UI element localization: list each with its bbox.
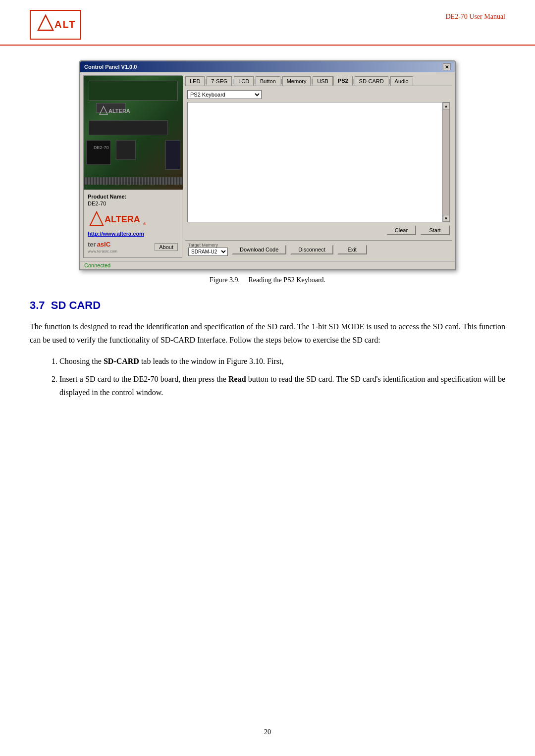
page-content: Control Panel V1.0.0 ✕	[0, 46, 535, 422]
altera-logo: ALTERA	[30, 10, 81, 40]
board-altera-label: ALTERA	[99, 105, 133, 117]
disconnect-button[interactable]: Disconnect	[290, 245, 333, 254]
list-item-1: Choosing the SD-CARD tab leads to the wi…	[59, 354, 505, 368]
about-button[interactable]: About	[155, 243, 178, 251]
figure-container: Control Panel V1.0.0 ✕	[30, 60, 505, 284]
tab-ps2[interactable]: PS2	[333, 76, 353, 86]
dialog-titlebar: Control Panel V1.0.0 ✕	[80, 61, 455, 72]
dialog-body: ALTERA DE2-70 Produc	[80, 72, 455, 261]
tab-lcd[interactable]: LCD	[234, 76, 254, 86]
terasic-logo: ter asIC www.terasic.com	[88, 241, 117, 253]
target-memory-group: Target Memory SDRAM-U2	[188, 243, 228, 256]
svg-text:ALTERA: ALTERA	[54, 19, 75, 30]
svg-text:ALTERA: ALTERA	[108, 108, 130, 114]
svg-marker-2	[100, 106, 107, 114]
read-bold: Read	[228, 375, 246, 383]
scrollbar-down-arrow[interactable]: ▼	[443, 215, 450, 222]
svg-marker-0	[38, 15, 53, 30]
product-info-section: Product Name: DE2-70 ALTERA ® http://www…	[84, 190, 182, 257]
section-3-7: 3.7 SD CARD The function is designed to …	[30, 299, 505, 399]
ps2-keyboard-dropdown[interactable]: PS2 Keyboard	[187, 90, 262, 99]
terasic-website-text: www.terasic.com	[88, 249, 117, 253]
target-memory-row: SDRAM-U2	[188, 248, 228, 256]
tab-usb[interactable]: USB	[313, 76, 333, 86]
page-footer: 20	[0, 723, 535, 741]
figure-caption-prefix: Figure 3.9.	[210, 276, 240, 284]
tab-7seg[interactable]: 7-SEG	[207, 76, 232, 86]
list-item-2: Insert a SD card to the DE2-70 board, th…	[59, 372, 505, 399]
scrollbar-up-arrow[interactable]: ▲	[443, 102, 450, 109]
tabs-bar: LED | 7-SEG | LCD | Button | Memory | US…	[185, 75, 452, 86]
page-title: DE2-70 User Manual	[445, 10, 505, 21]
sdcard-bold: SD-CARD	[104, 357, 139, 365]
status-text: Connected	[84, 262, 110, 268]
figure-caption-text: Reading the PS2 Keyboard.	[249, 276, 326, 284]
figure-caption: Figure 3.9. Reading the PS2 Keyboard.	[210, 276, 325, 284]
control-panel-dialog: Control Panel V1.0.0 ✕	[79, 60, 456, 270]
dialog-bottom-bar: Target Memory SDRAM-U2 Download Code Dis…	[185, 240, 452, 258]
clear-button[interactable]: Clear	[386, 225, 416, 235]
page-number: 20	[264, 728, 271, 736]
scrollbar-track	[443, 109, 449, 215]
dialog-title: Control Panel V1.0.0	[84, 64, 137, 70]
close-button[interactable]: ✕	[443, 63, 451, 70]
board-image: ALTERA DE2-70	[84, 76, 183, 190]
exit-button[interactable]: Exit	[337, 245, 367, 254]
ps2-text-area: ▲ ▼	[187, 102, 450, 222]
section-heading: 3.7 SD CARD	[30, 299, 505, 312]
board-image-inner: ALTERA DE2-70	[84, 76, 183, 190]
product-name-value: DE2-70	[88, 201, 178, 206]
tab-memory[interactable]: Memory	[282, 76, 311, 86]
steps-list: Choosing the SD-CARD tab leads to the wi…	[59, 354, 505, 399]
dialog-right-panel: LED | 7-SEG | LCD | Button | Memory | US…	[185, 75, 452, 258]
target-memory-dropdown[interactable]: SDRAM-U2	[188, 248, 228, 256]
download-code-button[interactable]: Download Code	[232, 245, 286, 254]
svg-marker-4	[90, 212, 103, 225]
terasic-ter-text: ter	[88, 241, 96, 248]
tab-audio[interactable]: Audio	[390, 76, 413, 86]
dialog-left-panel: ALTERA DE2-70 Produc	[83, 75, 182, 258]
target-memory-label: Target Memory	[188, 243, 228, 248]
start-button[interactable]: Start	[420, 225, 450, 235]
tab-led[interactable]: LED	[185, 76, 205, 86]
tab-sdcard[interactable]: SD-CARD	[355, 76, 388, 86]
intro-paragraph: The function is designed to read the ide…	[30, 320, 505, 347]
altera-website-link[interactable]: http://www.altera.com	[88, 231, 178, 237]
product-name-label: Product Name:	[88, 194, 178, 200]
tab-button[interactable]: Button	[256, 76, 280, 86]
board-connector-dots	[84, 177, 183, 185]
ps2-keyboard-row: PS2 Keyboard	[187, 90, 450, 99]
svg-text:®: ®	[143, 222, 146, 226]
de2-70-board-label: DE2-70	[94, 145, 109, 150]
status-bar: Connected	[80, 261, 455, 269]
ps2-scrollbar: ▲ ▼	[442, 102, 449, 222]
terasic-asic-text: asIC	[96, 241, 111, 248]
svg-text:ALTERA: ALTERA	[105, 214, 140, 224]
ps2-content: PS2 Keyboard ▲ ▼ Clear S	[185, 88, 452, 240]
ps2-buttons-row: Clear Start	[187, 225, 450, 235]
page-header: ALTERA DE2-70 User Manual	[0, 0, 535, 46]
